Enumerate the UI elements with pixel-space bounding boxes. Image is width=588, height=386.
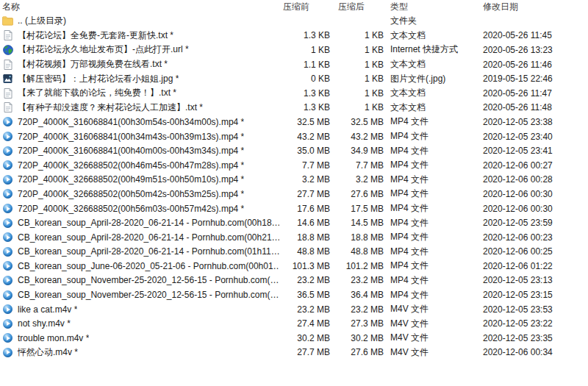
file-name: 720P_4000K_316068841(00h40m00s-00h43m34s…	[18, 146, 244, 156]
modified-date: 2020-12-06 00:30	[481, 189, 588, 199]
file-name: trouble mon.m4v *	[18, 333, 89, 343]
file-row[interactable]: trouble mon.m4v *30.2 MB30.2 MBM4V 文件202…	[0, 331, 588, 346]
file-row[interactable]: 【村花论坛永久地址发布页】-点此打开.url *1 KB1 KBInternet…	[0, 43, 588, 57]
size-before: 14.6 MB	[279, 218, 331, 228]
video-file-icon	[3, 290, 12, 300]
image-file-icon	[2, 74, 13, 84]
file-row[interactable]: CB_korean_soup_June-06-2020_05-21-06 - P…	[0, 259, 588, 274]
text-file-icon	[2, 88, 13, 99]
file-row[interactable]: 怦然心动.m4v *27.7 MB27.6 MBM4V 文件2020-12-06…	[0, 346, 588, 360]
size-after: 36.4 MB	[331, 290, 384, 300]
file-row[interactable]: CB_korean_soup_April-28-2020_06-21-14 - …	[0, 215, 588, 230]
file-row[interactable]: CB_korean_soup_November-25-2020_12-56-15…	[0, 274, 588, 288]
file-type: Internet 快捷方式	[384, 43, 481, 56]
modified-date: 2020-12-06 00:25	[481, 246, 588, 257]
file-row[interactable]: 720P_4000K_316068841(00h34m43s-00h39m13s…	[0, 129, 588, 144]
file-type: MP4 文件	[384, 174, 481, 186]
file-name-cell: 720P_4000K_316068841(00h40m00s-00h43m34s…	[0, 146, 279, 156]
file-type: MP4 文件	[384, 145, 481, 157]
file-name-cell: 【村花论坛】全免费-无套路-更新快.txt *	[0, 29, 279, 42]
file-type: 图片文件(.jpg)	[384, 73, 481, 85]
file-name-cell: 720P_4000K_326688502(00h50m42s-00h53m25s…	[0, 189, 279, 199]
size-before: 27.7 MB	[279, 189, 331, 199]
file-type: M4V 文件	[384, 332, 481, 344]
video-file-icon	[3, 175, 12, 185]
file-name-cell: CB_korean_soup_November-25-2020_12-56-15…	[0, 290, 279, 300]
file-row[interactable]: CB_korean_soup_April-28-2020_06-21-14 - …	[0, 245, 588, 260]
file-name-cell: 720P_4000K_326688502(00h49m51s-00h50m10s…	[0, 174, 279, 185]
file-type: MP4 文件	[384, 187, 481, 200]
column-header-size-after[interactable]: 压缩后	[331, 1, 384, 13]
modified-date: 2020-12-05 23:38	[481, 117, 588, 127]
size-before: 1.3 KB	[279, 30, 331, 40]
file-name: CB_korean_soup_April-28-2020_06-21-14 - …	[18, 246, 279, 257]
video-file-icon	[3, 189, 12, 199]
file-row[interactable]: like a cat.m4v *23.2 MB23.2 MBM4V 文件2020…	[0, 302, 588, 317]
video-file-icon	[3, 132, 12, 141]
video-file-icon	[3, 261, 12, 271]
size-before: 35.0 MB	[279, 146, 331, 156]
file-row[interactable]: CB_korean_soup_April-28-2020_06-21-14 - …	[0, 230, 588, 245]
file-type: MP4 文件	[384, 202, 481, 215]
file-name-cell: 【村花论坛永久地址发布页】-点此打开.url *	[0, 43, 279, 56]
file-row[interactable]: 720P_4000K_326688502(00h49m51s-00h50m10s…	[0, 173, 588, 187]
video-file-icon	[3, 304, 12, 314]
file-name-cell: 720P_4000K_326688502(00h46m45s-00h47m28s…	[0, 160, 279, 171]
column-header-type[interactable]: 类型	[384, 1, 481, 13]
size-after: 14.5 MB	[331, 218, 384, 228]
modified-date: 2020-12-05 23:15	[481, 290, 588, 300]
video-file-icon	[3, 232, 12, 242]
size-after: 1 KB	[331, 60, 384, 70]
file-name: like a cat.m4v *	[18, 304, 77, 315]
file-name: 【来了就能下载的论坛，纯免费！】.txt *	[18, 87, 176, 99]
size-before: 32.5 MB	[279, 117, 331, 127]
file-type: MP4 文件	[384, 130, 481, 143]
video-file-icon	[3, 247, 12, 257]
column-header-modified[interactable]: 修改日期	[481, 1, 588, 13]
size-after: 23.2 MB	[331, 275, 384, 285]
size-before: 27.4 MB	[279, 318, 331, 329]
file-row[interactable]: .. (上级目录)文件夹	[0, 14, 588, 29]
size-before: 30.2 MB	[279, 333, 331, 343]
video-file-icon	[3, 276, 12, 285]
size-after: 48.8 MB	[331, 246, 384, 257]
file-name-cell: 【村花视频】万部视频免费在线看.txt *	[0, 58, 279, 71]
file-row[interactable]: 720P_4000K_316068841(00h30m54s-00h34m00s…	[0, 115, 588, 129]
size-before: 17.6 MB	[279, 204, 331, 214]
file-row[interactable]: 720P_4000K_326688502(00h46m45s-00h47m28s…	[0, 158, 588, 173]
modified-date: 2020-12-06 00:28	[481, 174, 588, 185]
file-row[interactable]: 720P_4000K_326688502(00h50m42s-00h53m25s…	[0, 187, 588, 201]
file-type: 文本文档	[384, 87, 481, 99]
file-name: not shy.m4v *	[18, 318, 71, 329]
size-before: 23.2 MB	[279, 275, 331, 285]
file-name: CB_korean_soup_April-28-2020_06-21-14 - …	[18, 218, 279, 228]
modified-date: 2020-12-05 23:41	[481, 146, 588, 156]
file-type: MP4 文件	[384, 246, 481, 258]
file-row[interactable]: CB_korean_soup_November-25-2020_12-56-15…	[0, 287, 588, 302]
size-before: 48.8 MB	[279, 246, 331, 257]
size-after: 34.9 MB	[331, 146, 384, 156]
file-name-cell: 怦然心动.m4v *	[0, 346, 279, 359]
file-row[interactable]: 【村花视频】万部视频免费在线看.txt *1.1 KB1 KB文本文档2020-…	[0, 57, 588, 72]
column-header-size-before[interactable]: 压缩前	[279, 1, 331, 13]
text-file-icon	[2, 30, 13, 40]
size-after: 7.7 MB	[331, 160, 384, 171]
file-row[interactable]: 720P_4000K_326688502(00h56m03s-00h57m42s…	[0, 201, 588, 216]
size-after: 1 KB	[331, 74, 384, 84]
file-row[interactable]: 【有种子却没速度？来村花论坛人工加速】.txt *1.3 KB1 KB文本文档2…	[0, 101, 588, 115]
file-row[interactable]: 720P_4000K_316068841(00h40m00s-00h43m34s…	[0, 143, 588, 158]
modified-date: 2020-12-06 00:30	[481, 204, 588, 214]
file-row[interactable]: 【解压密码】：上村花论坛看小姐姐.jpg *0 KB1 KB图片文件(.jpg)…	[0, 71, 588, 86]
file-type: 文本文档	[384, 101, 481, 114]
file-name-cell: CB_korean_soup_April-28-2020_06-21-14 - …	[0, 218, 279, 228]
column-header-name[interactable]: 名称	[0, 1, 279, 13]
video-file-icon	[3, 218, 12, 228]
file-row[interactable]: 【村花论坛】全免费-无套路-更新快.txt *1.3 KB1 KB文本文档202…	[0, 29, 588, 43]
video-file-icon	[3, 348, 12, 357]
file-row[interactable]: 【来了就能下载的论坛，纯免费！】.txt *1.3 KB1 KB文本文档2020…	[0, 86, 588, 101]
internet-shortcut-icon	[2, 45, 13, 55]
file-row[interactable]: not shy.m4v *27.4 MB27.3 MBM4V 文件2020-12…	[0, 316, 588, 331]
modified-date: 2020-12-06 00:27	[481, 160, 588, 171]
modified-date: 2020-05-26 11:48	[481, 102, 588, 112]
modified-date: 2020-05-26 11:45	[481, 30, 588, 40]
